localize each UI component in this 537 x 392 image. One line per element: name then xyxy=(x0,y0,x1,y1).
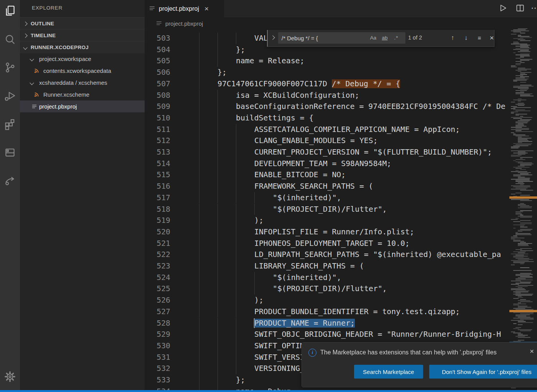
source-control-icon[interactable] xyxy=(3,61,16,74)
code-line[interactable]: 511ASSETCATALOG_COMPILER_APPICON_NAME = … xyxy=(145,124,509,135)
code-line[interactable]: 523LIBRARY_SEARCH_PATHS = ( xyxy=(145,260,509,272)
section-header-timeline[interactable]: TIMELINE xyxy=(20,29,145,41)
code-line[interactable]: 517"$(inherited)", xyxy=(145,192,509,204)
find-previous-icon[interactable]: ↑ xyxy=(448,33,457,43)
more-actions-button[interactable]: ⋯ xyxy=(531,3,537,14)
line-number[interactable]: 521 xyxy=(145,238,170,249)
match-case-toggle[interactable]: Aa xyxy=(369,34,378,42)
remote-window-icon[interactable] xyxy=(3,146,16,159)
tab-project-pbxproj[interactable]: project.pbxproj × xyxy=(145,0,224,17)
line-number[interactable]: 503 xyxy=(145,33,170,44)
line-number[interactable]: 514 xyxy=(145,158,170,170)
code-line[interactable]: 516FRAMEWORK_SEARCH_PATHS = ( xyxy=(145,181,509,192)
code-line[interactable]: 506}; xyxy=(145,67,509,78)
line-number[interactable]: 517 xyxy=(145,192,170,204)
find-close-icon[interactable]: × xyxy=(487,33,496,43)
find-expand-chevron-icon[interactable] xyxy=(270,35,275,40)
line-number[interactable]: 507 xyxy=(145,78,170,90)
line-number[interactable]: 510 xyxy=(145,112,170,124)
search-icon[interactable] xyxy=(3,33,16,46)
find-in-selection-icon[interactable]: ≡ xyxy=(475,33,484,43)
find-next-icon[interactable]: ↓ xyxy=(461,33,471,43)
code-line[interactable]: 521IPHONEOS_DEPLOYMENT_TARGET = 10.0; xyxy=(145,238,509,249)
indent-guide xyxy=(199,192,199,204)
code-text: DEVELOPMENT_TEAM = S98AN9584M; xyxy=(254,158,391,170)
line-number[interactable]: 504 xyxy=(145,44,170,56)
code-line[interactable]: 509baseConfigurationReference = 9740EEB2… xyxy=(145,101,509,112)
code-line[interactable]: 518"$(PROJECT_DIR)/Flutter", xyxy=(145,204,509,215)
line-number[interactable]: 515 xyxy=(145,169,170,181)
run-button[interactable] xyxy=(497,3,508,14)
dont-show-again-button[interactable]: Don't Show Again for '.pbxproj' files xyxy=(429,365,537,379)
line-number[interactable]: 508 xyxy=(145,90,170,101)
extensions-icon[interactable] xyxy=(3,118,16,131)
line-number[interactable]: 516 xyxy=(145,181,170,192)
indent-guide xyxy=(254,272,255,283)
explorer-icon[interactable] xyxy=(3,4,16,17)
line-number[interactable]: 532 xyxy=(145,363,170,374)
indent-guide xyxy=(199,101,199,112)
line-number[interactable]: 533 xyxy=(145,374,170,386)
run-debug-icon[interactable] xyxy=(3,89,16,102)
code-line[interactable]: 512CLANG_ENABLE_MODULES = YES; xyxy=(145,135,509,147)
code-line[interactable]: 515ENABLE_BITCODE = NO; xyxy=(145,169,509,181)
code-line[interactable]: 519); xyxy=(145,215,509,226)
line-number[interactable]: 512 xyxy=(145,135,170,147)
line-number[interactable]: 527 xyxy=(145,306,170,318)
line-number[interactable]: 524 xyxy=(145,272,170,283)
editor-code-area[interactable]: 503VAL504};505name = Release;506};50797C… xyxy=(145,0,509,392)
notification-message: The Marketplace has extensions that can … xyxy=(320,349,497,356)
code-line[interactable]: 528PRODUCT_NAME = Runner; xyxy=(145,318,509,329)
code-line[interactable]: 513CURRENT_PROJECT_VERSION = "$(FLUTTER_… xyxy=(145,147,509,158)
section-header-outline[interactable]: OUTLINE xyxy=(20,17,145,30)
line-number[interactable]: 528 xyxy=(145,318,170,329)
line-number[interactable]: 506 xyxy=(145,67,170,78)
code-line[interactable]: 526); xyxy=(145,295,509,306)
indent-guide xyxy=(217,181,218,192)
code-line[interactable]: 505name = Release; xyxy=(145,55,509,67)
line-number[interactable]: 526 xyxy=(145,295,170,306)
breadcrumb[interactable]: project.pbxproj xyxy=(145,17,509,30)
tab-close-icon[interactable]: × xyxy=(204,5,209,12)
line-number[interactable]: 519 xyxy=(145,215,170,226)
code-line[interactable]: 508isa = XCBuildConfiguration; xyxy=(145,90,509,101)
settings-gear-icon[interactable] xyxy=(3,370,16,383)
line-number[interactable]: 518 xyxy=(145,204,170,215)
minimap[interactable] xyxy=(509,24,537,390)
find-input[interactable] xyxy=(278,32,372,44)
code-text: name = Release; xyxy=(236,55,305,67)
search-marketplace-button[interactable]: Search Marketplace xyxy=(354,365,423,379)
code-line[interactable]: 529SWIFT_OBJC_BRIDGING_HEADER = "Runner/… xyxy=(145,329,509,340)
line-number[interactable]: 531 xyxy=(145,352,170,363)
whole-word-toggle[interactable]: ab xyxy=(380,34,389,42)
line-number[interactable]: 523 xyxy=(145,260,170,272)
line-number[interactable]: 522 xyxy=(145,249,170,260)
notification-close-icon[interactable]: × xyxy=(530,347,534,356)
line-number[interactable]: 520 xyxy=(145,226,170,238)
code-line[interactable]: 510buildSettings = { xyxy=(145,112,509,124)
line-number[interactable]: 511 xyxy=(145,124,170,135)
section-header-runner-xcodeproj[interactable]: RUNNER.XCODEPROJ xyxy=(20,41,145,53)
line-number[interactable]: 529 xyxy=(145,329,170,340)
line-number[interactable]: 530 xyxy=(145,340,170,352)
tree-item-contents-xcworkspacedata[interactable]: contents.xcworkspacedata xyxy=(20,65,145,77)
code-line[interactable]: 50797C147061CF9000F007C117D /* Debug */ … xyxy=(145,78,509,90)
line-number[interactable]: 513 xyxy=(145,147,170,158)
code-line[interactable]: 527PRODUCT_BUNDLE_IDENTIFIER = tony.test… xyxy=(145,306,509,318)
live-share-icon[interactable] xyxy=(3,174,16,187)
code-line[interactable]: 514DEVELOPMENT_TEAM = S98AN9584M; xyxy=(145,158,509,170)
code-line[interactable]: 522LD_RUNPATH_SEARCH_PATHS = "$(inherite… xyxy=(145,249,509,260)
tree-item-xcshareddata-xcschemes[interactable]: xcshareddata / xcschemes xyxy=(20,77,145,89)
tree-item-project-pbxproj[interactable]: project.pbxproj xyxy=(20,100,145,112)
line-number[interactable]: 509 xyxy=(145,101,170,112)
regex-toggle[interactable]: .* xyxy=(392,34,401,42)
tree-item-runner-xcscheme[interactable]: Runner.xcscheme xyxy=(20,89,145,100)
line-number[interactable]: 525 xyxy=(145,283,170,295)
code-line[interactable]: 525"$(PROJECT_DIR)/Flutter", xyxy=(145,283,509,295)
split-editor-button[interactable] xyxy=(515,3,526,14)
indent-guide xyxy=(217,329,218,340)
tree-item-project-xcworkspace[interactable]: project.xcworkspace xyxy=(20,53,145,65)
line-number[interactable]: 505 xyxy=(145,55,170,67)
code-line[interactable]: 524"$(inherited)", xyxy=(145,272,509,283)
code-line[interactable]: 520INFOPLIST_FILE = Runner/Info.plist; xyxy=(145,226,509,238)
